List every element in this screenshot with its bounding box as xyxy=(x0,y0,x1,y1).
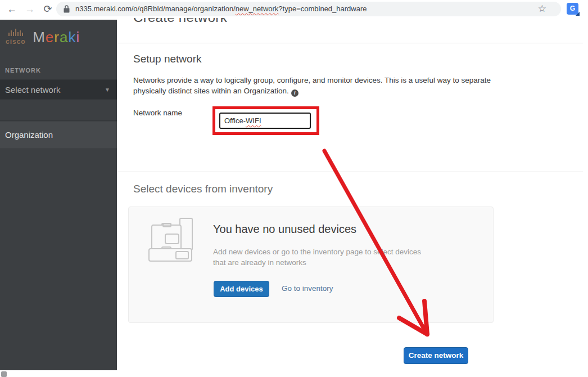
url-bar[interactable]: n335.meraki.com/o/q8RbId/manage/organiza… xyxy=(56,2,561,16)
divider xyxy=(117,172,583,172)
url-text: n335.meraki.com/o/q8RbId/manage/organiza… xyxy=(75,5,367,13)
select-devices-heading: Select devices from inventory xyxy=(133,183,273,195)
lock-icon xyxy=(64,5,70,13)
sidebar-spacer xyxy=(0,101,117,121)
info-icon[interactable]: i xyxy=(291,89,298,97)
partial-icon xyxy=(1,371,7,377)
divider xyxy=(117,43,583,43)
misspelled-text: WIFI xyxy=(246,116,261,125)
forward-icon[interactable]: → xyxy=(22,2,37,16)
chevron-down-icon: ▼ xyxy=(105,87,110,93)
sidebar-item-organization[interactable]: Organization xyxy=(0,122,117,149)
main-content: Create network Setup network Networks pr… xyxy=(117,17,588,377)
network-section-label: NETWORK xyxy=(5,67,41,74)
empty-inventory-panel: You have no unused devices Add new devic… xyxy=(128,207,494,323)
select-network-dropdown[interactable]: Select network ▼ xyxy=(0,79,117,100)
meraki-wordmark: Meraki xyxy=(33,29,80,46)
url-misspelled-segment: new_network xyxy=(236,5,279,13)
browser-toolbar: ← → ⟳ n335.meraki.com/o/q8RbId/manage/or… xyxy=(0,0,588,18)
reload-icon[interactable]: ⟳ xyxy=(40,2,55,16)
select-network-label: Select network xyxy=(5,85,60,95)
network-name-label: Network name xyxy=(133,109,182,117)
devices-illustration-icon xyxy=(147,216,197,262)
add-devices-button[interactable]: Add devices xyxy=(214,281,269,297)
create-network-button[interactable]: Create network xyxy=(404,347,468,364)
go-to-inventory-link[interactable]: Go to inventory xyxy=(282,284,333,293)
cisco-logo-icon: cisco xyxy=(6,28,26,46)
back-icon[interactable]: ← xyxy=(4,2,19,16)
empty-state-description: Add new devices or go to the inventory p… xyxy=(213,246,421,268)
network-name-input[interactable]: Office-WIFI xyxy=(219,113,311,129)
translate-extension-icon[interactable]: G xyxy=(567,3,578,15)
bookmark-star-icon[interactable]: ☆ xyxy=(538,3,546,15)
setup-description: Networks provide a way to logically grou… xyxy=(133,75,491,97)
organization-label: Organization xyxy=(5,130,53,140)
cisco-meraki-logo: cisco Meraki xyxy=(6,28,80,46)
empty-state-title: You have no unused devices xyxy=(213,223,356,236)
setup-network-heading: Setup network xyxy=(133,53,201,65)
sidebar: cisco Meraki NETWORK Select network ▼ Or… xyxy=(0,20,117,370)
page-title: Create network xyxy=(133,17,227,25)
